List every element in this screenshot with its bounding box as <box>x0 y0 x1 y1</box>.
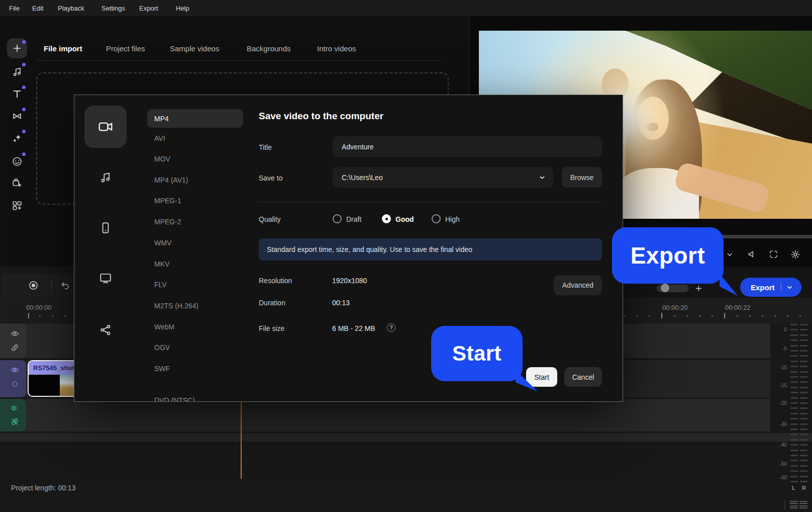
preview-volume-button[interactable] <box>747 249 756 259</box>
dialog-tab-tv[interactable] <box>99 272 112 285</box>
format-item-swf[interactable]: SWF <box>154 365 170 373</box>
plus-icon <box>694 284 703 293</box>
link-icon[interactable] <box>11 344 19 352</box>
tab-intro-videos[interactable]: Intro videos <box>317 44 356 53</box>
chevron-down-icon <box>538 174 546 182</box>
eye-icon[interactable] <box>11 366 19 374</box>
eye-icon[interactable] <box>11 329 19 338</box>
unlink-icon[interactable] <box>11 417 19 426</box>
start-callout-label: Start <box>452 342 501 366</box>
meter-channel-left: L <box>792 485 795 491</box>
audio-meter-icon[interactable] <box>790 501 798 510</box>
format-item-wmv[interactable]: WMV <box>154 239 171 247</box>
more-tools-tab-button[interactable] <box>12 200 23 211</box>
track-header-video[interactable] <box>0 360 26 397</box>
advanced-button[interactable]: Advanced <box>554 275 602 295</box>
format-item-webm[interactable]: WebM <box>154 323 174 331</box>
store-tab-button[interactable] <box>12 178 23 189</box>
share-icon <box>99 323 112 336</box>
menu-playback[interactable]: Playback <box>58 5 84 12</box>
transitions-tab-button[interactable] <box>12 111 23 122</box>
dialog-tab-share[interactable] <box>99 323 112 336</box>
timeline-zoom-in-button[interactable] <box>694 284 703 293</box>
preview-settings-button[interactable] <box>790 249 800 260</box>
track-header-overlay[interactable] <box>0 323 26 358</box>
effects-tab-button[interactable] <box>12 133 23 144</box>
help-icon[interactable]: ? <box>387 323 395 332</box>
speaker-waves-icon[interactable] <box>11 404 19 412</box>
title-input-value: Adventure <box>342 143 374 151</box>
meter-scale-label: 0 <box>772 327 787 332</box>
timeline-zoom-knob[interactable] <box>661 284 669 292</box>
quality-radio-good[interactable] <box>382 214 391 223</box>
menu-bar: File Edit Playback Settings Export Help <box>0 0 812 16</box>
format-item-mpeg2[interactable]: MPEG-2 <box>154 218 181 226</box>
tabs-divider <box>36 60 441 61</box>
undo-icon <box>60 281 70 291</box>
tab-sample-videos[interactable]: Sample videos <box>170 44 219 53</box>
menu-settings[interactable]: Settings <box>102 5 125 12</box>
menu-export[interactable]: Export <box>139 5 158 12</box>
music-note-icon <box>99 171 112 184</box>
plus-icon <box>12 43 23 54</box>
menu-file[interactable]: File <box>9 5 20 12</box>
tab-backgrounds[interactable]: Backgrounds <box>247 44 291 53</box>
dialog-tab-computer[interactable] <box>84 106 127 148</box>
title-field-label: Title <box>259 143 272 151</box>
quality-label: Quality <box>259 215 281 223</box>
format-item-flv[interactable]: FLV <box>154 281 167 289</box>
format-item-mp4av1[interactable]: MP4 (AV1) <box>154 176 188 184</box>
format-item-m2ts[interactable]: M2TS (H.264) <box>154 302 198 310</box>
ruler-time-20: 00:00:20 <box>662 304 688 311</box>
ruler-tick <box>724 313 725 318</box>
format-item-ogv[interactable]: OGV <box>154 344 170 352</box>
export-button[interactable]: Export <box>740 278 801 297</box>
chevron-down-icon[interactable] <box>786 284 793 291</box>
tab-file-import[interactable]: File import <box>44 44 82 53</box>
dialog-tab-audio[interactable] <box>99 171 112 184</box>
fullscreen-icon <box>769 249 778 259</box>
save-to-select[interactable]: C:\Users\Leo <box>333 167 553 188</box>
browse-button[interactable]: Browse <box>562 167 602 188</box>
timeline-playhead[interactable] <box>241 401 242 479</box>
project-length-status: Project length: 00:13 <box>11 484 75 492</box>
title-input[interactable]: Adventure <box>333 136 602 157</box>
track-row-audio[interactable] <box>0 399 770 432</box>
meter-scale-label: -60 <box>772 475 787 480</box>
format-item-mkv[interactable]: MKV <box>154 260 169 268</box>
record-icon <box>28 280 39 291</box>
dialog-tab-mobile[interactable] <box>99 221 112 234</box>
smiley-icon <box>12 156 23 167</box>
format-item-avi[interactable]: AVI <box>154 134 165 142</box>
format-item-mp4[interactable]: MP4 <box>154 115 169 123</box>
format-item-mov[interactable]: MOV <box>154 155 170 163</box>
quality-good-label[interactable]: Good <box>395 215 414 223</box>
stickers-tab-button[interactable] <box>12 156 23 167</box>
undo-button[interactable] <box>60 281 70 291</box>
quality-high-label[interactable]: High <box>445 215 460 223</box>
monitor-icon <box>99 272 112 285</box>
titles-tab-button[interactable] <box>12 89 23 100</box>
quality-radio-draft[interactable] <box>333 214 342 223</box>
sparkles-icon <box>12 133 23 144</box>
tab-project-files[interactable]: Project files <box>106 44 145 53</box>
preview-fullscreen-button[interactable] <box>769 249 778 259</box>
notification-dot <box>22 152 26 156</box>
start-button[interactable]: Start <box>526 367 557 387</box>
ruler-time-0: 00:00:00 <box>26 304 52 311</box>
record-button[interactable] <box>28 280 39 291</box>
cancel-button[interactable]: Cancel <box>564 367 602 387</box>
audio-meter-icon[interactable] <box>799 501 807 510</box>
format-item-dvd[interactable]: DVD (NTSC) <box>154 396 195 402</box>
preview-chevron-button[interactable] <box>725 250 734 259</box>
quality-draft-label[interactable]: Draft <box>346 215 361 223</box>
format-item-mpeg1[interactable]: MPEG-1 <box>154 197 181 205</box>
track-header-audio[interactable] <box>0 399 26 432</box>
quality-radio-high[interactable] <box>432 214 441 223</box>
advanced-button-label: Advanced <box>562 281 593 289</box>
gear-icon <box>790 249 800 260</box>
menu-help[interactable]: Help <box>176 5 189 12</box>
audio-tab-button[interactable] <box>12 66 23 77</box>
effects-burst-icon[interactable] <box>11 380 19 388</box>
menu-edit[interactable]: Edit <box>32 5 43 12</box>
